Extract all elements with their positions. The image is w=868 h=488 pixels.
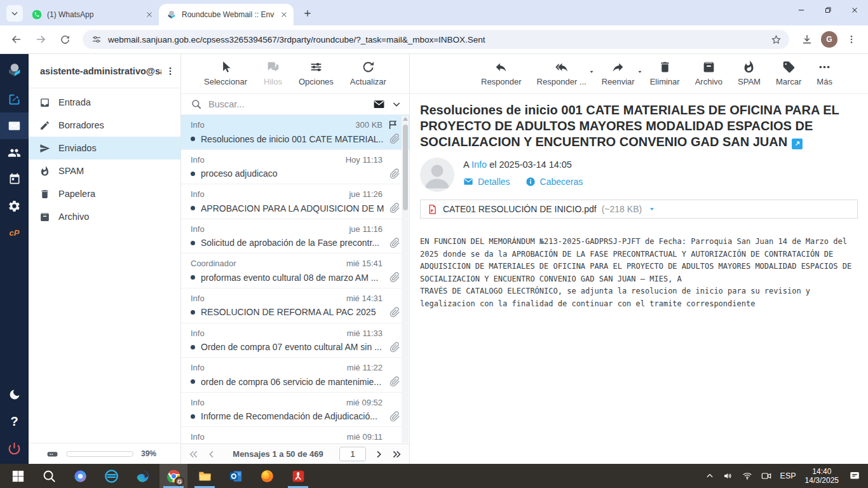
headers-link[interactable]: Cabeceras: [526, 177, 583, 187]
restore-button[interactable]: [815, 0, 841, 20]
back-button[interactable]: [6, 29, 27, 50]
volume-icon[interactable]: [723, 471, 733, 481]
new-tab-button[interactable]: [299, 4, 316, 22]
rail-cpanel-button[interactable]: cP: [0, 219, 29, 246]
taskbar-edge-button[interactable]: [128, 464, 156, 488]
attachment-caret-icon[interactable]: [648, 205, 656, 213]
taskbar-search-button[interactable]: [35, 464, 63, 488]
message-reply-button[interactable]: Responder: [481, 60, 522, 93]
message-row[interactable]: Infomié 11:22orden de compra 06 servicio…: [181, 358, 409, 393]
chevron-down-icon[interactable]: [391, 99, 402, 109]
message-mark-button[interactable]: Marcar: [776, 60, 801, 93]
address-bar[interactable]: webmail.sanjuan.gob.ec/cpsess3265394567/…: [83, 30, 789, 49]
dropdown-caret-icon[interactable]: [588, 69, 595, 75]
firefox-icon: [260, 469, 275, 484]
taskbar-firefox-button[interactable]: [253, 464, 281, 488]
message-row[interactable]: Infomié 14:31RESOLUCION DE REFORMA AL PA…: [181, 288, 409, 323]
message-delete-button[interactable]: Eliminar: [650, 60, 680, 93]
site-info-icon[interactable]: [92, 34, 102, 44]
rail-compose-button[interactable]: [0, 86, 29, 112]
message-row[interactable]: Infojue 11:16Solicitud de aprobación de …: [181, 219, 409, 254]
list-scrollbar[interactable]: [402, 116, 409, 443]
message-spam-button[interactable]: SPAM: [738, 60, 761, 93]
first-page-button[interactable]: [189, 449, 199, 459]
scroll-up-arrow[interactable]: [403, 117, 408, 121]
message-reply-all-button[interactable]: Responder ...: [537, 60, 587, 93]
details-link[interactable]: Detalles: [463, 177, 510, 187]
bookmark-star-icon[interactable]: [771, 34, 782, 45]
message-row[interactable]: InfoHoy 11:13proceso adjudicaco: [181, 150, 409, 185]
flag-icon[interactable]: [388, 119, 398, 130]
notification-icon[interactable]: [849, 470, 860, 482]
browser-tab-whatsapp[interactable]: (1) WhatsApp: [24, 4, 159, 25]
folder-item-enviados[interactable]: Enviados: [29, 137, 180, 159]
reload-button[interactable]: [55, 29, 75, 50]
folder-item-entrada[interactable]: Entrada: [29, 91, 180, 114]
wifi-icon[interactable]: [742, 471, 752, 481]
tab-close-icon[interactable]: [145, 10, 154, 19]
folder-item-borradores[interactable]: Borradores: [29, 114, 180, 137]
last-page-button[interactable]: [391, 449, 402, 459]
taskbar-start-button[interactable]: [4, 464, 32, 488]
taskbar-outlook-button[interactable]: [222, 464, 250, 488]
message-row[interactable]: Coordinadormié 15:41proformas evento cul…: [181, 254, 409, 288]
scrollbar-thumb[interactable]: [403, 125, 408, 210]
search-scope-icon[interactable]: [373, 98, 385, 111]
message-forward-button[interactable]: Reenviar: [602, 60, 635, 93]
downloads-button[interactable]: [797, 29, 817, 50]
tray-expand-icon[interactable]: [705, 471, 714, 480]
forward-button[interactable]: [31, 29, 51, 50]
webmail-app: cP ? asistente-administrativo@sa... Entr…: [0, 54, 868, 464]
message-row[interactable]: Infomié 09:52Informe de Recomendación de…: [181, 393, 409, 428]
list-options-button[interactable]: Opciones: [299, 60, 334, 93]
minimize-button[interactable]: [788, 0, 815, 20]
folder-item-archivo[interactable]: Archivo: [29, 205, 180, 228]
list-refresh-button[interactable]: Actualizar: [350, 60, 386, 93]
rail-contacts-button[interactable]: [0, 139, 29, 166]
attachment-row[interactable]: CATE01 RESOLUCIÓN DE INICIO.pdf (~218 KB…: [420, 200, 858, 219]
search-input[interactable]: [208, 99, 367, 109]
rail-calendar-button[interactable]: [0, 166, 29, 193]
message-more-button[interactable]: Más: [817, 60, 832, 93]
external-link-icon[interactable]: [792, 139, 803, 149]
taskbar-acrobat-button[interactable]: [284, 464, 312, 488]
browser-profile-avatar[interactable]: G: [821, 31, 837, 48]
message-row[interactable]: Infomié 11:33Orden de compra 07 evento c…: [181, 323, 409, 358]
meet-now-icon[interactable]: [761, 471, 771, 481]
message-row[interactable]: Info300 KBResoluciones de inicio 001 CAT…: [181, 115, 409, 150]
dropdown-caret-icon[interactable]: [637, 69, 643, 75]
attachment-icon: [390, 133, 400, 144]
browser-tab-strip: (1) WhatsApp Roundcube Webmail :: Enviad…: [0, 0, 868, 25]
prev-page-button[interactable]: [207, 449, 217, 459]
next-page-button[interactable]: [374, 449, 384, 459]
tab-search-button[interactable]: [6, 5, 23, 22]
tab-close-icon[interactable]: [280, 10, 288, 19]
browser-tab-roundcube[interactable]: Roundcube Webmail :: Enviados: [159, 4, 294, 25]
taskbar-copilot-button[interactable]: [66, 464, 94, 488]
rail-mail-button[interactable]: [0, 112, 29, 139]
rail-settings-button[interactable]: [0, 193, 29, 219]
taskbar-clock[interactable]: 14:40 14/3/2025: [805, 467, 839, 485]
message-archive-button[interactable]: Archivo: [695, 60, 722, 93]
list-select-button[interactable]: Seleccionar: [204, 60, 247, 93]
folder-menu-icon[interactable]: [165, 66, 175, 76]
message-row[interactable]: Infomié 09:11: [181, 427, 409, 444]
recipient-link[interactable]: Info: [471, 159, 487, 170]
browser-menu-button[interactable]: [841, 29, 862, 50]
page-number-input[interactable]: [339, 447, 366, 461]
refresh-icon: [362, 60, 375, 74]
language-indicator[interactable]: ESP: [780, 471, 796, 480]
window-controls: [788, 0, 868, 20]
folder-item-spam[interactable]: SPAM: [29, 159, 180, 182]
taskbar-chrome-button[interactable]: G: [159, 464, 187, 488]
header-links: Detalles Cabeceras: [463, 177, 583, 187]
quota-percent: 39%: [141, 449, 156, 458]
rail-logout-button[interactable]: [0, 435, 29, 461]
folder-item-papelera[interactable]: Papelera: [29, 182, 180, 205]
taskbar-explorer-button[interactable]: [191, 464, 219, 488]
message-row[interactable]: Infojue 11:26APROBACION PARA LA ADQUISIC…: [181, 184, 409, 219]
rail-help-button[interactable]: ?: [0, 408, 29, 435]
rail-darkmode-button[interactable]: [0, 381, 29, 408]
close-window-button[interactable]: [841, 0, 868, 20]
taskbar-ie-button[interactable]: [97, 464, 125, 488]
